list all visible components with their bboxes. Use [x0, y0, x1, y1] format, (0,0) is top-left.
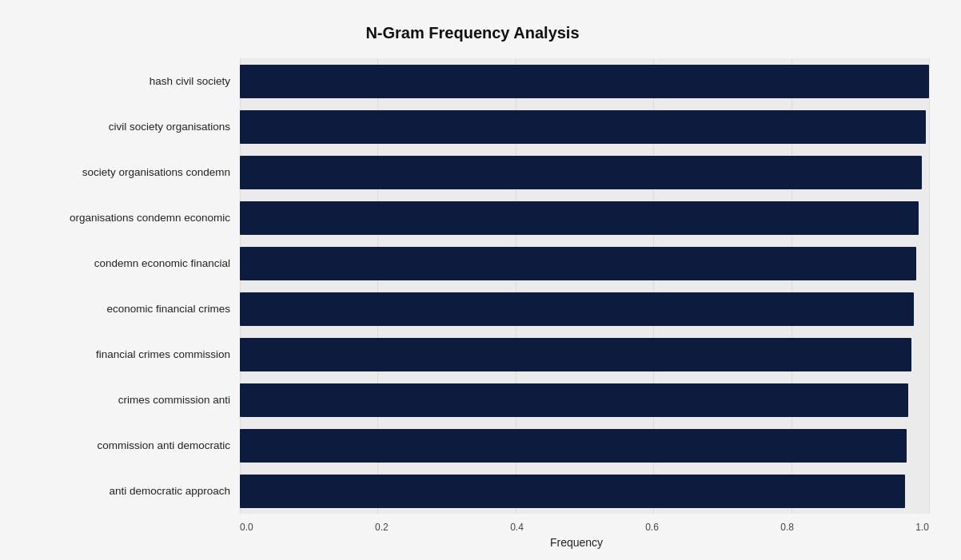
bar-row: organisations condemn economic	[32, 195, 929, 240]
x-tick: 0.6	[645, 522, 659, 533]
bar-area-container	[240, 377, 929, 423]
chart-container: N-Gram Frequency Analysis hash civil soc…	[0, 0, 961, 560]
bar	[240, 429, 907, 463]
bar-label: organisations condemn economic	[32, 212, 240, 224]
chart-title: N-Gram Frequency Analysis	[16, 16, 929, 42]
bar-row: hash civil society	[32, 58, 929, 104]
bar-row: financial crimes commission	[32, 332, 929, 377]
bar-row: crimes commission anti	[32, 377, 929, 423]
x-tick: 0.0	[240, 522, 253, 533]
grid-line	[929, 195, 930, 240]
x-tick: 1.0	[915, 522, 929, 533]
bar	[240, 383, 908, 417]
bar-row: anti democratic approach	[32, 468, 929, 514]
bar-label: anti democratic approach	[32, 485, 240, 497]
bar-label: commission anti democratic	[32, 439, 240, 451]
grid-line	[929, 240, 930, 286]
bar	[240, 338, 911, 371]
bar-row: condemn economic financial	[32, 240, 929, 286]
bar-area-container	[240, 104, 929, 149]
bar-area-container	[240, 286, 929, 332]
grid-line	[929, 332, 930, 377]
x-tick: 0.2	[375, 522, 389, 533]
bar-label: economic financial crimes	[32, 303, 240, 315]
bar	[240, 201, 919, 235]
grid-line	[929, 468, 930, 514]
bar-area-container	[240, 195, 929, 240]
bar-row: commission anti democratic	[32, 423, 929, 468]
bar-area-container	[240, 468, 929, 514]
bar-row: economic financial crimes	[32, 286, 929, 332]
bar-label: society organisations condemn	[32, 166, 240, 178]
bar-label: civil society organisations	[32, 121, 240, 133]
bar-label: crimes commission anti	[32, 394, 240, 406]
grid-line	[929, 149, 930, 195]
grid-line	[929, 58, 930, 104]
bar	[240, 475, 905, 508]
bar	[240, 156, 922, 189]
bar-row: civil society organisations	[32, 104, 929, 149]
bar	[240, 292, 914, 326]
bar-area-container	[240, 149, 929, 195]
x-tick: 0.4	[510, 522, 524, 533]
x-axis-ticks: 0.00.20.40.60.81.0	[240, 514, 929, 533]
bar-area-container	[240, 423, 929, 468]
bar-label: hash civil society	[32, 75, 240, 87]
grid-line	[929, 286, 930, 332]
bar-label: financial crimes commission	[32, 348, 240, 360]
chart-area: hash civil societycivil society organisa…	[32, 58, 929, 514]
bar	[240, 247, 916, 280]
x-axis-label: Frequency	[224, 536, 929, 549]
bar-area-container	[240, 332, 929, 377]
bar-row: society organisations condemn	[32, 149, 929, 195]
bar-area-container	[240, 58, 929, 104]
bar-label: condemn economic financial	[32, 257, 240, 269]
bar-area-container	[240, 240, 929, 286]
x-tick: 0.8	[780, 522, 794, 533]
grid-line	[929, 423, 930, 468]
grid-line	[929, 377, 930, 423]
bar	[240, 110, 926, 144]
bar	[240, 65, 929, 98]
grid-line	[929, 104, 930, 149]
